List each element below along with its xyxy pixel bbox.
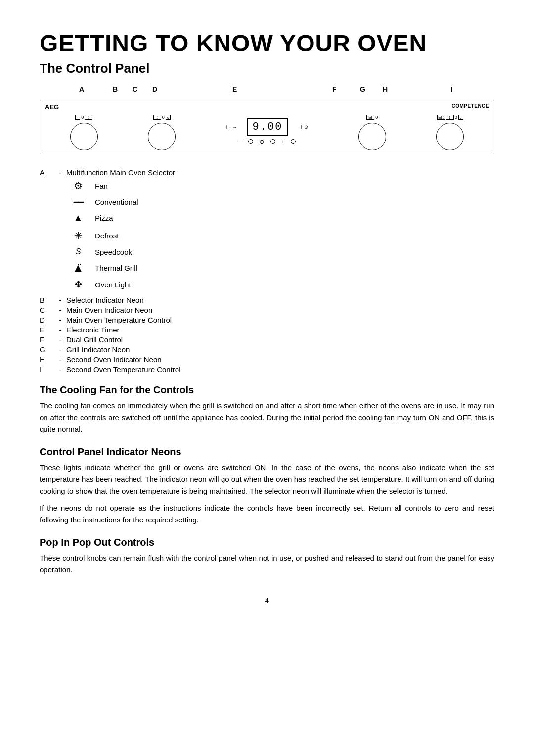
tiny-rect-gh2: ↕ [446,115,454,120]
label-b: B [113,85,118,93]
settings-btn[interactable]: ⊕ [259,138,265,145]
seg-f-icons: ⊞ 0 [366,113,378,122]
speedcook-icon: S [69,247,87,256]
tiny-rect-b: ↕ [85,115,92,120]
label-a: A [79,85,84,93]
item-dash-b: - [54,296,66,304]
selector-row-pizza: ▲ Pizza [69,212,494,224]
label-c-box: c [166,115,171,120]
seg-gh-icons: ⊟↕ ↕ 0 c [437,113,463,122]
item-dash-h: - [54,355,66,364]
selector-row-oven-light: ✤ Oven Light [69,279,494,290]
section-title-cooling: The Cooling Fan for the Controls [40,384,494,396]
timer-arrow-right2: ⊣ [298,124,302,130]
item-row-g: G - Grill Indicator Neon [40,345,494,354]
fan-icon: ⚙ [69,180,87,191]
tiny-rect-f: ⊞ [366,115,374,120]
seg-e: ⊢ → 9.00 ⊣ ⊙ − ⊕ + [226,118,309,145]
item-key-e: E [40,326,54,334]
item-value-d: Main Oven Temperature Control [66,316,494,324]
defrost-icon: ✳ [69,230,87,241]
section-indicator-neons: Control Panel Indicator Neons These ligh… [40,446,494,526]
panel-label-row: A B C D E F G H I [79,85,494,99]
item-dash-a: - [54,168,66,177]
item-row-i: I - Second Oven Temperature Control [40,365,494,374]
small-sq-a [75,115,80,120]
control-panel-diagram: AEG COMPETENCE 0 ↕ ↕ 0 c ⊢ [40,100,494,154]
item-dash-i: - [54,365,66,374]
seg-cd-icons: ↕ 0 c [153,113,171,122]
thermal-grill-label: Thermal Grill [95,264,137,272]
seg-f: ⊞ 0 [358,113,386,150]
section-cooling-fan: The Cooling Fan for the Controls The coo… [40,384,494,435]
speedcook-label: Speedcook [95,248,132,256]
item-dash-d: - [54,316,66,324]
item-row-h: H - Second Oven Indicator Neon [40,355,494,364]
section-pop-controls: Pop In Pop Out Controls These control kn… [40,537,494,576]
item-value-b: Selector Indicator Neon [66,296,494,304]
plus-btn[interactable]: + [281,138,285,145]
item-row-e: E - Electronic Timer [40,326,494,334]
item-key-h: H [40,355,54,364]
timer-circle-left [248,139,253,144]
zero-d: 0 [162,115,165,120]
section-title-neons: Control Panel Indicator Neons [40,446,494,458]
timer-left-arrow: ⊢ [226,124,230,130]
selector-row-speedcook: S Speedcook [69,247,494,256]
item-value-g: Grill Indicator Neon [66,345,494,354]
page-number: 4 [40,596,494,604]
item-value-h: Second Oven Indicator Neon [66,355,494,364]
diagram-inner: 0 ↕ ↕ 0 c ⊢ → 9.00 ⊣ ⊙ [45,113,489,150]
zero-a: 0 [81,115,84,120]
oven-light-label: Oven Light [95,281,131,289]
item-value-c: Main Oven Indicator Neon [66,306,494,314]
seg-gh: ⊟↕ ↕ 0 c [436,113,464,150]
brand-label: AEG [45,103,59,111]
item-key-i: I [40,365,54,374]
seg-ab-icons: 0 ↕ [75,113,92,122]
timer-settings: ⊙ [304,124,308,130]
conventional-label: Conventional [95,198,138,206]
selector-row-conventional: ══ Conventional [69,197,494,206]
tiny-rect-gh1: ⊟↕ [437,115,445,120]
selector-row-fan: ⚙ Fan [69,180,494,191]
minus-btn[interactable]: − [238,138,242,145]
items-list: A - Multifunction Main Oven Selector ⚙ F… [40,168,494,374]
label-c-box-2: c [458,115,463,120]
knob-a[interactable] [70,123,98,150]
knob-d[interactable] [148,123,176,150]
item-value-e: Electronic Timer [66,326,494,334]
item-key-a: A [40,168,54,177]
timer-section: ⊢ → 9.00 ⊣ ⊙ − ⊕ + [226,118,309,145]
item-dash-g: - [54,345,66,354]
timer-bottom: − ⊕ + [238,138,296,145]
zero-gh: 0 [455,115,457,120]
neons-text-1: These lights indicate whether the grill … [40,462,494,497]
pop-controls-text: These control knobs can remain flush wit… [40,552,494,576]
label-e: E [232,85,237,93]
item-key-b: B [40,296,54,304]
timer-display: 9.00 [247,118,288,136]
label-c: C [133,85,137,93]
timer-circle-mid [270,139,275,144]
cooling-fan-text: The cooling fan comes on immediately whe… [40,400,494,435]
item-key-d: D [40,316,54,324]
pizza-label: Pizza [95,214,113,222]
label-f: F [332,85,337,93]
timer-top: ⊢ → 9.00 ⊣ ⊙ [226,118,309,136]
page-title: GETTING TO KNOW YOUR OVEN [40,30,494,57]
item-dash-e: - [54,326,66,334]
item-value-i: Second Oven Temperature Control [66,365,494,374]
pizza-icon: ▲ [69,212,87,224]
item-dash-c: - [54,306,66,314]
label-h: H [383,85,388,93]
knob-f[interactable] [358,123,386,150]
item-row-a: A - Multifunction Main Oven Selector [40,168,494,177]
label-g: G [360,85,365,93]
selector-row-thermal-grill: ▲̈ Thermal Grill [69,262,494,273]
knob-h[interactable] [436,123,464,150]
conventional-icon: ══ [69,197,87,206]
item-key-f: F [40,335,54,344]
neons-text-2: If the neons do not operate as the instr… [40,502,494,526]
oven-light-icon: ✤ [69,279,87,290]
